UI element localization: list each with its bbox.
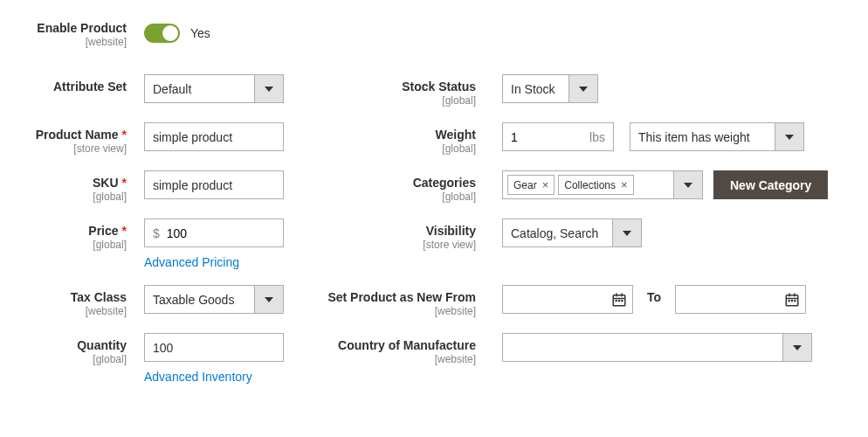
chevron-down-icon	[782, 334, 811, 361]
visibility-select[interactable]: Catalog, Search	[502, 218, 642, 247]
new-from-date[interactable]	[502, 285, 633, 314]
price-input[interactable]	[165, 225, 283, 241]
enable-label: Enable Product [website]	[26, 16, 144, 48]
weight-type-value: This item has weight	[638, 130, 750, 144]
chevron-down-icon	[254, 286, 283, 313]
visibility-label: Visibility [store view]	[310, 218, 502, 269]
tax-class-label: Tax Class [website]	[26, 285, 144, 317]
stock-status-select[interactable]: In Stock	[502, 74, 598, 103]
new-category-button[interactable]: New Category	[713, 170, 828, 199]
stock-status-label: Stock Status [global]	[310, 74, 502, 107]
advanced-inventory-link[interactable]: Advanced Inventory	[144, 370, 284, 384]
svg-rect-9	[789, 293, 790, 296]
weight-input-wrap: lbs	[502, 122, 614, 151]
enable-toggle-state: Yes	[190, 26, 210, 40]
attribute-set-value: Default	[153, 82, 191, 96]
svg-rect-11	[789, 300, 790, 302]
visibility-value: Catalog, Search	[511, 226, 598, 240]
calendar-icon[interactable]	[784, 292, 800, 308]
weight-input[interactable]	[503, 129, 584, 145]
chevron-down-icon	[568, 75, 597, 102]
svg-rect-3	[621, 293, 623, 296]
svg-rect-4	[616, 300, 617, 302]
new-to-input[interactable]	[684, 292, 784, 308]
new-to-date[interactable]	[675, 285, 806, 314]
chevron-down-icon	[673, 171, 702, 198]
enable-toggle[interactable]	[144, 24, 180, 43]
svg-rect-6	[621, 300, 623, 302]
tax-class-select[interactable]: Taxable Goods	[144, 285, 284, 314]
close-icon[interactable]: ×	[542, 178, 549, 191]
price-label: Price* [global]	[26, 218, 144, 269]
tax-class-value: Taxable Goods	[153, 293, 234, 307]
to-label: To	[647, 285, 661, 317]
country-select[interactable]	[502, 333, 812, 362]
weight-unit: lbs	[584, 130, 613, 144]
svg-rect-10	[794, 293, 796, 296]
product-name-input[interactable]	[144, 122, 284, 151]
category-tag: Collections ×	[558, 175, 633, 195]
sku-label: SKU* [global]	[26, 170, 144, 203]
chevron-down-icon	[254, 75, 283, 102]
weight-type-select[interactable]: This item has weight	[630, 122, 804, 151]
sku-input[interactable]	[144, 170, 284, 199]
chevron-down-icon	[612, 219, 641, 246]
new-from-input[interactable]	[511, 292, 611, 308]
new-from-label: Set Product as New From [website]	[310, 285, 502, 317]
svg-rect-5	[618, 300, 620, 302]
attribute-set-label: Attribute Set	[26, 74, 144, 107]
quantity-input[interactable]	[144, 333, 284, 362]
chevron-down-icon	[775, 123, 803, 150]
attribute-set-select[interactable]: Default	[144, 74, 284, 103]
svg-rect-12	[791, 300, 793, 302]
stock-status-value: In Stock	[511, 82, 555, 96]
svg-rect-2	[616, 293, 617, 296]
calendar-icon[interactable]	[611, 292, 627, 308]
currency-symbol: $	[145, 226, 165, 240]
close-icon[interactable]: ×	[621, 178, 628, 191]
categories-label: Categories [global]	[310, 170, 502, 203]
advanced-pricing-link[interactable]: Advanced Pricing	[144, 255, 284, 269]
price-input-wrap: $	[144, 218, 284, 247]
weight-label: Weight [global]	[310, 122, 502, 155]
quantity-label: Quantity [global]	[26, 333, 144, 384]
country-label: Country of Manufacture [website]	[310, 333, 502, 384]
svg-rect-13	[794, 300, 796, 302]
categories-select[interactable]: Gear × Collections ×	[502, 170, 703, 199]
category-tag: Gear ×	[507, 175, 555, 195]
product-name-label: Product Name* [store view]	[26, 122, 144, 155]
